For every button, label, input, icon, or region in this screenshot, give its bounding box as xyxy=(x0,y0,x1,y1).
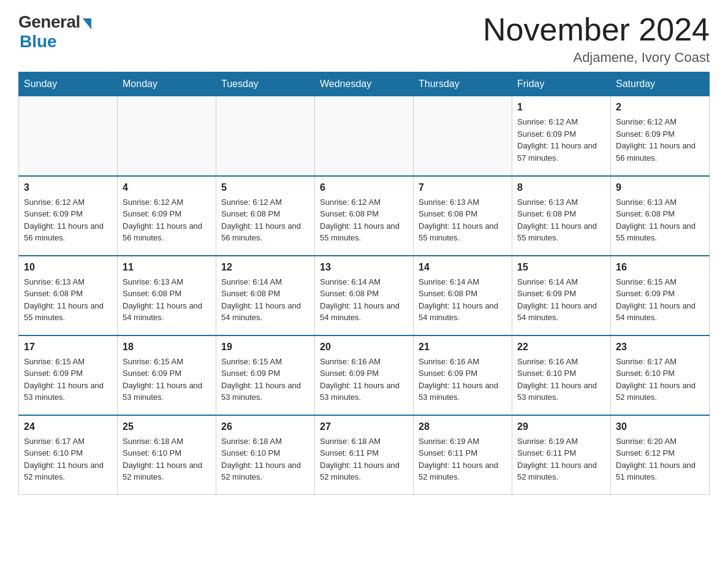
day-info-line: Sunset: 6:12 PM xyxy=(616,447,704,459)
day-info-line: Sunrise: 6:15 AM xyxy=(616,276,704,288)
calendar-header: SundayMondayTuesdayWednesdayThursdayFrid… xyxy=(19,72,710,96)
day-info-line: Daylight: 11 hours and 54 minutes. xyxy=(320,300,408,324)
weekday-header-row: SundayMondayTuesdayWednesdayThursdayFrid… xyxy=(19,72,710,96)
calendar-week-row: 3Sunrise: 6:12 AMSunset: 6:09 PMDaylight… xyxy=(19,176,710,256)
calendar-cell xyxy=(118,96,216,176)
day-info-line: Daylight: 11 hours and 56 minutes. xyxy=(221,220,309,244)
day-info-line: Sunrise: 6:19 AM xyxy=(419,435,507,448)
day-info-line: Sunset: 6:09 PM xyxy=(320,367,408,380)
day-info-line: Daylight: 11 hours and 54 minutes. xyxy=(517,300,605,324)
day-info-line: Daylight: 11 hours and 57 minutes. xyxy=(517,140,605,164)
day-number: 12 xyxy=(221,260,309,275)
day-info-line: Sunrise: 6:14 AM xyxy=(221,276,309,288)
day-info-line: Sunrise: 6:16 AM xyxy=(517,356,605,368)
page-header: General Blue November 2024 Adjamene, Ivo… xyxy=(18,12,710,66)
day-number: 11 xyxy=(123,260,211,275)
day-info-line: Daylight: 11 hours and 53 minutes. xyxy=(221,380,309,404)
day-number: 22 xyxy=(517,340,605,354)
day-info-line: Sunset: 6:11 PM xyxy=(419,447,507,459)
weekday-header-saturday: Saturday xyxy=(611,72,710,96)
calendar-cell: 13Sunrise: 6:14 AMSunset: 6:08 PMDayligh… xyxy=(315,256,414,335)
day-info-line: Sunrise: 6:12 AM xyxy=(221,196,309,209)
day-info-line: Sunset: 6:09 PM xyxy=(123,367,211,380)
calendar-table: SundayMondayTuesdayWednesdayThursdayFrid… xyxy=(18,72,710,495)
day-info-line: Daylight: 11 hours and 55 minutes. xyxy=(320,220,408,244)
day-info-line: Sunset: 6:09 PM xyxy=(419,367,507,380)
day-info-line: Sunset: 6:10 PM xyxy=(221,447,309,459)
day-info-line: Sunset: 6:09 PM xyxy=(616,288,704,300)
day-info-line: Daylight: 11 hours and 53 minutes. xyxy=(517,380,605,404)
day-number: 9 xyxy=(616,180,704,195)
day-number: 4 xyxy=(123,180,211,195)
day-info-line: Daylight: 11 hours and 53 minutes. xyxy=(419,380,507,404)
day-number: 29 xyxy=(517,419,605,434)
day-info-line: Daylight: 11 hours and 53 minutes. xyxy=(320,380,408,404)
day-info-line: Sunrise: 6:13 AM xyxy=(616,196,704,209)
calendar-cell: 14Sunrise: 6:14 AMSunset: 6:08 PMDayligh… xyxy=(414,256,512,335)
calendar-cell: 2Sunrise: 6:12 AMSunset: 6:09 PMDaylight… xyxy=(611,96,710,176)
calendar-week-row: 17Sunrise: 6:15 AMSunset: 6:09 PMDayligh… xyxy=(19,335,710,415)
calendar-cell: 16Sunrise: 6:15 AMSunset: 6:09 PMDayligh… xyxy=(611,256,710,335)
calendar-cell: 17Sunrise: 6:15 AMSunset: 6:09 PMDayligh… xyxy=(19,335,118,415)
calendar-week-row: 10Sunrise: 6:13 AMSunset: 6:08 PMDayligh… xyxy=(19,256,710,335)
day-number: 19 xyxy=(221,340,309,354)
day-info-line: Daylight: 11 hours and 52 minutes. xyxy=(517,459,605,483)
day-number: 1 xyxy=(517,100,605,115)
day-number: 6 xyxy=(320,180,408,195)
day-info-line: Sunrise: 6:19 AM xyxy=(517,435,605,448)
day-info-line: Sunset: 6:08 PM xyxy=(221,288,309,300)
day-info-line: Sunset: 6:08 PM xyxy=(320,208,408,220)
calendar-cell xyxy=(19,96,118,176)
calendar-cell: 6Sunrise: 6:12 AMSunset: 6:08 PMDaylight… xyxy=(315,176,414,256)
day-info-line: Sunrise: 6:17 AM xyxy=(24,435,112,448)
calendar-cell: 29Sunrise: 6:19 AMSunset: 6:11 PMDayligh… xyxy=(512,415,611,495)
weekday-header-friday: Friday xyxy=(512,72,611,96)
day-number: 15 xyxy=(517,260,605,275)
day-info-line: Sunset: 6:10 PM xyxy=(24,447,112,459)
weekday-header-monday: Monday xyxy=(118,72,216,96)
day-info-line: Sunrise: 6:15 AM xyxy=(24,356,112,368)
day-info-line: Sunset: 6:08 PM xyxy=(419,208,507,220)
day-info-line: Daylight: 11 hours and 54 minutes. xyxy=(123,300,211,324)
day-number: 20 xyxy=(320,340,408,354)
logo-blue-text: Blue xyxy=(20,32,57,52)
day-info-line: Daylight: 11 hours and 55 minutes. xyxy=(24,300,112,324)
calendar-cell: 12Sunrise: 6:14 AMSunset: 6:08 PMDayligh… xyxy=(216,256,315,335)
day-number: 3 xyxy=(24,180,112,195)
calendar-cell: 25Sunrise: 6:18 AMSunset: 6:10 PMDayligh… xyxy=(118,415,216,495)
day-info-line: Daylight: 11 hours and 54 minutes. xyxy=(221,300,309,324)
day-number: 25 xyxy=(123,419,211,434)
day-info-line: Sunset: 6:09 PM xyxy=(123,208,211,220)
calendar-cell: 21Sunrise: 6:16 AMSunset: 6:09 PMDayligh… xyxy=(414,335,512,415)
day-info-line: Daylight: 11 hours and 53 minutes. xyxy=(24,380,112,404)
day-info-line: Sunrise: 6:15 AM xyxy=(221,356,309,368)
calendar-cell xyxy=(216,96,315,176)
calendar-cell: 23Sunrise: 6:17 AMSunset: 6:10 PMDayligh… xyxy=(611,335,710,415)
weekday-header-sunday: Sunday xyxy=(19,72,118,96)
day-info-line: Daylight: 11 hours and 56 minutes. xyxy=(123,220,211,244)
location-title: Adjamene, Ivory Coast xyxy=(483,50,710,66)
day-info-line: Sunrise: 6:14 AM xyxy=(419,276,507,288)
day-info-line: Daylight: 11 hours and 52 minutes. xyxy=(123,459,211,483)
day-info-line: Daylight: 11 hours and 52 minutes. xyxy=(320,459,408,483)
day-number: 23 xyxy=(616,340,704,354)
day-info-line: Sunset: 6:09 PM xyxy=(517,288,605,300)
day-info-line: Sunset: 6:09 PM xyxy=(24,367,112,380)
calendar-cell: 30Sunrise: 6:20 AMSunset: 6:12 PMDayligh… xyxy=(611,415,710,495)
calendar-cell: 26Sunrise: 6:18 AMSunset: 6:10 PMDayligh… xyxy=(216,415,315,495)
day-info-line: Daylight: 11 hours and 52 minutes. xyxy=(24,459,112,483)
calendar-cell: 24Sunrise: 6:17 AMSunset: 6:10 PMDayligh… xyxy=(19,415,118,495)
day-info-line: Sunrise: 6:18 AM xyxy=(123,435,211,448)
calendar-cell xyxy=(414,96,512,176)
day-info-line: Sunset: 6:11 PM xyxy=(320,447,408,459)
day-info-line: Sunrise: 6:12 AM xyxy=(24,196,112,209)
day-info-line: Sunset: 6:08 PM xyxy=(616,208,704,220)
day-info-line: Daylight: 11 hours and 56 minutes. xyxy=(616,140,704,164)
day-info-line: Daylight: 11 hours and 54 minutes. xyxy=(616,300,704,324)
calendar-cell: 5Sunrise: 6:12 AMSunset: 6:08 PMDaylight… xyxy=(216,176,315,256)
calendar-cell: 11Sunrise: 6:13 AMSunset: 6:08 PMDayligh… xyxy=(118,256,216,335)
day-number: 30 xyxy=(616,419,704,434)
weekday-header-wednesday: Wednesday xyxy=(315,72,414,96)
day-info-line: Sunset: 6:09 PM xyxy=(616,128,704,140)
day-info-line: Sunset: 6:09 PM xyxy=(221,367,309,380)
